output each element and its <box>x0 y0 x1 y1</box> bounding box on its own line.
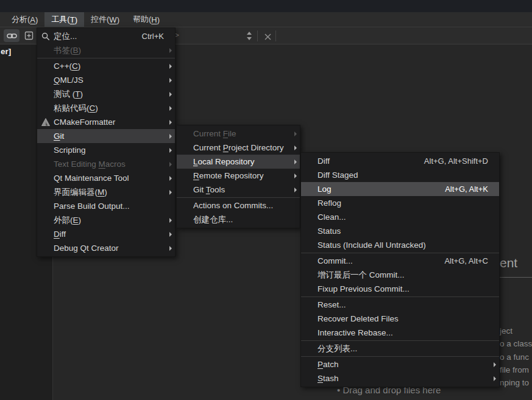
submenu-arrow-icon <box>289 174 297 178</box>
git-submenu: Current FileCurrent Project DirectoryLoc… <box>176 125 300 228</box>
menu-item[interactable]: Fixup Previous Commit... <box>301 282 499 296</box>
menu-item[interactable]: Patch <box>301 357 499 371</box>
submenu-arrow-icon <box>164 48 172 53</box>
menu-item[interactable]: Commit...Alt+G, Alt+C <box>301 254 499 268</box>
menu-item[interactable]: Scripting <box>37 143 175 157</box>
menu-item[interactable]: Local Repository <box>177 155 300 169</box>
menu-item-label: Patch <box>317 360 488 369</box>
menubar-item-help[interactable]: 帮助(H) <box>126 12 166 27</box>
menu-item-label: Diff Staged <box>317 170 488 180</box>
menu-item[interactable]: Interactive Rebase... <box>301 326 499 340</box>
menu-item-label: Status (Include All Untracked) <box>317 240 488 250</box>
menu-item[interactable]: Clean... <box>301 210 499 224</box>
submenu-arrow-icon <box>164 106 172 111</box>
title-bar <box>0 0 532 12</box>
menu-item[interactable]: CMakeFormatter <box>37 115 175 129</box>
menu-item-label: Git <box>54 132 164 141</box>
menu-item-label: Diff <box>317 156 410 166</box>
menu-item[interactable]: Git Tools <box>177 183 300 197</box>
menu-item-label: 界面编辑器(M) <box>54 187 164 198</box>
menu-separator <box>301 296 499 297</box>
menu-item[interactable]: LogAlt+G, Alt+K <box>301 182 499 196</box>
menu-item[interactable]: 分支列表... <box>301 342 499 356</box>
menu-item-label: Recover Deleted Files <box>317 314 488 323</box>
menu-item-label: Commit... <box>317 256 430 265</box>
menubar-item-tools[interactable]: 工具(T) <box>44 12 84 27</box>
menu-item-label: Parse Build Output... <box>54 202 164 211</box>
menu-item: Current File <box>177 127 300 141</box>
menu-item-label: Status <box>317 226 488 236</box>
menu-item[interactable]: C++(C) <box>37 59 175 73</box>
menu-item[interactable]: Diff Staged <box>301 168 499 182</box>
menu-item[interactable]: Reset... <box>301 298 499 312</box>
menu-item-label: QML/JS <box>54 75 164 85</box>
tools-menu: 定位...Ctrl+K书签(B)C++(C)QML/JS测试 (T)粘贴代码(C… <box>37 27 176 257</box>
submenu-arrow-icon <box>289 132 297 136</box>
menu-item-label: Scripting <box>54 146 164 155</box>
menu-item-label: Log <box>317 184 430 194</box>
submenu-arrow-icon <box>164 162 172 167</box>
submenu-arrow-icon <box>164 148 172 153</box>
toolbar-separator <box>257 30 258 41</box>
editor-hint-fragment: nping to <box>500 378 529 387</box>
menu-item[interactable]: Git <box>37 129 175 143</box>
menu-item[interactable]: Reflog <box>301 196 499 210</box>
submenu-arrow-icon <box>289 146 297 150</box>
menu-item-label: Qt Maintenance Tool <box>54 174 164 183</box>
menu-item[interactable]: Qt Maintenance Tool <box>37 171 175 185</box>
menu-item: 书签(B) <box>37 43 175 57</box>
menu-item[interactable]: Status (Include All Untracked) <box>301 238 499 252</box>
link-icon[interactable] <box>4 29 20 42</box>
shortcut-label: Alt+G, Alt+C <box>444 256 488 265</box>
menu-item-label: Actions on Commits... <box>193 201 289 210</box>
menu-item[interactable]: 测试 (T) <box>37 87 175 101</box>
updown-icon[interactable] <box>246 31 252 43</box>
menu-item[interactable]: QML/JS <box>37 73 175 87</box>
menu-item[interactable]: 外部(E) <box>37 213 175 227</box>
submenu-arrow-icon <box>164 190 172 195</box>
menu-bar: 分析(A) 工具(T) 控件(W) 帮助(H) <box>0 12 532 27</box>
menu-item[interactable]: Diff <box>37 227 175 241</box>
menu-separator <box>301 253 499 253</box>
menu-item[interactable]: 界面编辑器(M) <box>37 185 175 199</box>
menu-item-label: Debug Qt Creator <box>54 244 164 253</box>
menu-item-label: Reflog <box>317 198 488 208</box>
local-repository-submenu: DiffAlt+G, Alt+Shift+DDiff StagedLogAlt+… <box>300 152 500 387</box>
menu-item[interactable]: 创建仓库... <box>177 212 300 226</box>
menu-item-label: Remote Repository <box>193 171 289 180</box>
cmake-icon <box>37 118 54 126</box>
menu-item[interactable]: Actions on Commits... <box>177 198 300 212</box>
sidebar-text-fragment: er] <box>1 47 11 56</box>
search-icon <box>37 32 54 41</box>
menubar-item-analyze[interactable]: 分析(A) <box>5 12 44 27</box>
menu-item[interactable]: 增订最后一个 Commit... <box>301 268 499 282</box>
menubar-item-window[interactable]: 控件(W) <box>84 12 126 27</box>
menu-item[interactable]: Parse Build Output... <box>37 199 175 213</box>
menu-item[interactable]: Remote Repository <box>177 169 300 183</box>
menu-item[interactable]: Debug Qt Creator <box>37 241 175 255</box>
menu-item[interactable]: Recover Deleted Files <box>301 312 499 326</box>
menu-separator <box>301 356 499 357</box>
menu-item[interactable]: 粘贴代码(C) <box>37 101 175 115</box>
menu-separator <box>301 340 499 341</box>
editor-heading-fragment: ent <box>500 256 517 270</box>
menu-item-label: Interactive Rebase... <box>317 328 488 337</box>
add-split-icon[interactable] <box>21 29 37 42</box>
menu-item-label: Fixup Previous Commit... <box>317 284 488 293</box>
menu-item-label: 分支列表... <box>317 343 488 354</box>
submenu-arrow-icon <box>164 64 172 69</box>
menu-item-label: 测试 (T) <box>54 89 164 100</box>
submenu-arrow-icon <box>289 188 297 192</box>
menu-item[interactable]: DiffAlt+G, Alt+Shift+D <box>301 154 499 168</box>
menu-item[interactable]: Stash <box>301 371 499 385</box>
menu-item[interactable]: Status <box>301 224 499 238</box>
qt-creator-window: 分析(A) 工具(T) 控件(W) 帮助(H) t> <box>0 0 532 400</box>
submenu-arrow-icon <box>164 92 172 97</box>
menu-item[interactable]: 定位...Ctrl+K <box>37 29 175 43</box>
menu-item[interactable]: Current Project Directory <box>177 141 300 155</box>
close-icon[interactable] <box>261 30 274 43</box>
heading-underline <box>499 277 532 278</box>
submenu-arrow-icon <box>164 176 172 181</box>
menu-item-label: Reset... <box>317 300 488 309</box>
submenu-arrow-icon <box>488 362 496 367</box>
